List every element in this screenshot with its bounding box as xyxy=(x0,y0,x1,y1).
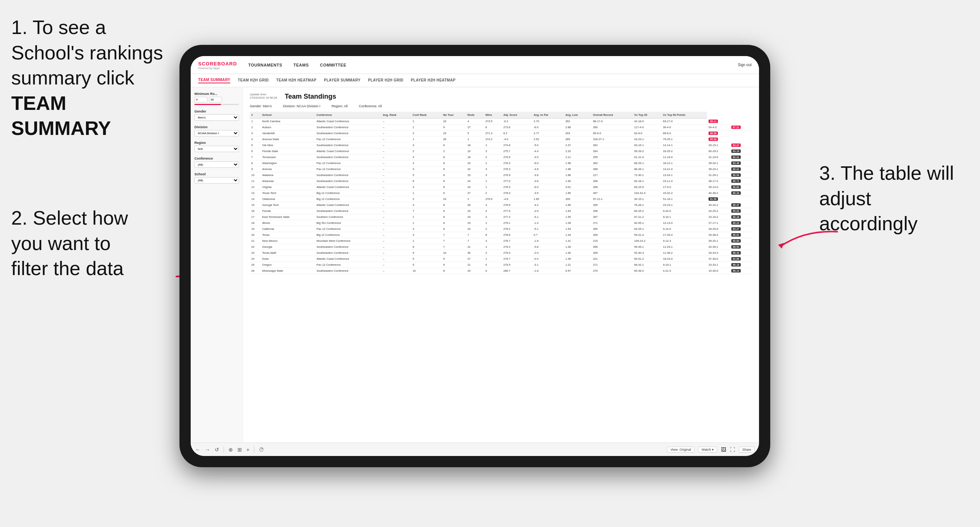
school-cell[interactable]: New Mexico xyxy=(261,238,315,244)
data-cell: 3 xyxy=(484,166,502,172)
data-cell: 17-9-0 xyxy=(662,184,707,190)
school-cell[interactable]: Vanderbilt xyxy=(261,130,315,137)
region-filter-display: Region: All xyxy=(332,104,348,108)
school-cell[interactable]: Ole Miss xyxy=(261,143,315,148)
col-vs-top-50: Vs Top 50 Points xyxy=(662,112,707,119)
forward-icon[interactable]: → xyxy=(205,447,210,452)
school-cell[interactable]: Auburn xyxy=(261,124,315,130)
share-button[interactable]: Share xyxy=(739,447,754,452)
school-cell[interactable]: Texas A&M xyxy=(261,250,315,256)
data-cell: 82.21 xyxy=(730,154,752,160)
sub-nav: TEAM SUMMARY TEAM H2H GRID TEAM H2H HEAT… xyxy=(191,74,759,87)
data-cell: 5 xyxy=(466,130,484,137)
filter-region-select[interactable]: N/A xyxy=(194,146,239,152)
school-cell[interactable]: Washington xyxy=(261,160,315,166)
tab-team-summary[interactable]: TEAM SUMMARY xyxy=(198,78,230,83)
data-cell: -6.0 xyxy=(532,124,564,130)
standings-table: # School Conference Avg. Rank Conf Rank … xyxy=(250,112,752,274)
data-cell: – xyxy=(381,143,411,148)
data-cell: 3 xyxy=(484,148,502,154)
clock-icon[interactable]: ⏱ xyxy=(259,447,264,452)
data-cell: 89-6-0 xyxy=(662,130,707,137)
school-cell[interactable]: Arizona xyxy=(261,166,315,172)
data-cell: – xyxy=(381,226,411,232)
tab-player-h2h-heatmap[interactable]: PLAYER H2H HEATMAP xyxy=(411,78,455,83)
data-cell: 54-4-0 xyxy=(707,124,730,130)
data-cell: 7 xyxy=(466,238,484,244)
school-cell[interactable]: Georgia xyxy=(261,244,315,250)
gender-filter-display: Gender: Men's xyxy=(250,104,272,108)
standings-title: Team Standings xyxy=(285,93,336,100)
school-cell[interactable]: Alabama xyxy=(261,172,315,178)
view-original-button[interactable]: View: Original xyxy=(667,447,694,452)
update-label: Update time: xyxy=(250,93,277,96)
data-cell: 3 xyxy=(411,166,442,172)
tab-player-summary[interactable]: PLAYER SUMMARY xyxy=(324,78,360,83)
school-cell[interactable]: Texas xyxy=(261,232,315,238)
school-cell[interactable]: Arkansas xyxy=(261,178,315,184)
data-cell: 27 xyxy=(466,190,484,196)
tab-team-h2h-grid[interactable]: TEAM H2H GRID xyxy=(238,78,269,83)
data-cell: 1.28 xyxy=(564,244,592,250)
tab-team-h2h-heatmap[interactable]: TEAM H2H HEATMAP xyxy=(276,78,316,83)
data-cell: 278.7 xyxy=(502,238,532,244)
school-cell[interactable]: Oklahoma xyxy=(261,196,315,202)
data-cell: 271.3 xyxy=(484,130,502,137)
school-cell[interactable]: Duke xyxy=(261,256,315,262)
data-cell: 83-25-1 xyxy=(633,226,662,232)
sign-out-button[interactable]: Sign out xyxy=(738,63,751,67)
conference-cell: Pac-12 Conference xyxy=(315,137,381,143)
col-conference: Conference xyxy=(315,112,381,119)
data-cell: 7 xyxy=(466,232,484,238)
plus-icon[interactable]: + xyxy=(247,447,250,452)
filter-rounds-min-input[interactable] xyxy=(194,97,207,102)
back-icon[interactable]: ← xyxy=(195,447,200,452)
data-cell: 1.44 xyxy=(564,232,592,238)
filter-conference-select[interactable]: (All) xyxy=(194,162,239,168)
school-cell[interactable]: North Carolina xyxy=(261,119,315,124)
school-cell[interactable]: Arizona State xyxy=(261,137,315,143)
tab-player-h2h-grid[interactable]: PLAYER H2H GRID xyxy=(368,78,403,83)
nav-tournaments[interactable]: TOURNAMENTS xyxy=(248,63,282,67)
data-cell: 38-17-2 xyxy=(707,178,730,184)
school-cell[interactable]: East Tennessee State xyxy=(261,214,315,220)
rank-cell: 15 xyxy=(250,202,261,208)
table-row: 6Florida StateAtlantic Coast Conference–… xyxy=(250,148,752,154)
data-cell: -3.5 xyxy=(532,190,564,196)
picture-icon[interactable]: 🖼 xyxy=(721,447,726,452)
data-cell: 11-29-1 xyxy=(662,244,707,250)
nav-committee[interactable]: COMMITTEE xyxy=(320,63,347,67)
grid-icon[interactable]: ⊞ xyxy=(237,447,242,452)
refresh-icon[interactable]: ↺ xyxy=(215,447,219,452)
rank-cell: 19 xyxy=(250,226,261,232)
data-cell: 1 xyxy=(484,143,502,148)
school-cell[interactable]: Tennessee xyxy=(261,154,315,160)
table-row: 3VanderbiltSoutheastern Conference–22352… xyxy=(250,130,752,137)
school-cell[interactable]: Virginia xyxy=(261,184,315,190)
filter-gender-select[interactable]: Men's xyxy=(194,114,239,121)
school-cell[interactable]: Florida xyxy=(261,208,315,214)
logo-sub: Powered by clippd xyxy=(198,67,237,70)
school-cell[interactable]: Georgia Tech xyxy=(261,202,315,208)
data-cell: 15-32-2 xyxy=(662,190,707,196)
watch-button[interactable]: Watch ▾ xyxy=(698,447,717,452)
rank-cell: 25 xyxy=(250,262,261,268)
filter-rounds-max-input[interactable] xyxy=(209,97,222,102)
data-cell: 9 xyxy=(442,124,466,130)
conference-cell: Southeastern Conference xyxy=(315,172,381,178)
school-cell[interactable]: Texas Tech xyxy=(261,190,315,196)
school-cell[interactable]: California xyxy=(261,226,315,232)
data-cell: – xyxy=(381,238,411,244)
data-cell: 267 xyxy=(592,190,633,196)
data-cell: – xyxy=(381,130,411,137)
school-cell[interactable]: Florida State xyxy=(261,148,315,154)
nav-teams[interactable]: TEAMS xyxy=(294,63,309,67)
filter-school-select[interactable]: (All) xyxy=(194,177,239,184)
filter-division-select[interactable]: NCAA Division I xyxy=(194,130,239,137)
data-cell: 6 xyxy=(442,143,466,148)
share-icon[interactable]: ⊕ xyxy=(229,447,233,452)
school-cell[interactable]: Illinois xyxy=(261,220,315,226)
school-cell[interactable]: Oregon xyxy=(261,262,315,268)
school-cell[interactable]: Mississippi State xyxy=(261,268,315,274)
expand-icon[interactable]: ⛶ xyxy=(730,447,735,452)
